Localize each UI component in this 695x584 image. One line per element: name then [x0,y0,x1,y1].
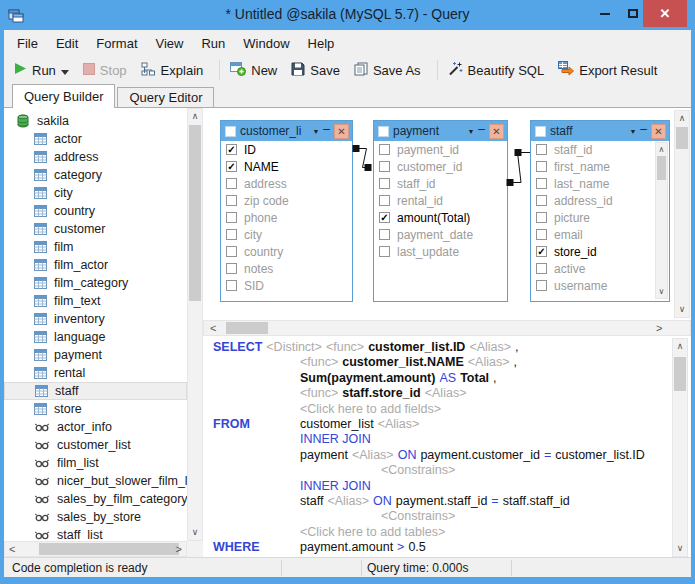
field-row-payment_date[interactable]: payment_date [374,226,507,243]
chevron-down-icon[interactable]: ▼ [629,128,636,135]
field-row-rental_id[interactable]: rental_id [374,192,507,209]
field-checkbox[interactable]: ✓ [379,212,390,223]
field-row-email[interactable]: email [531,226,669,243]
sidebar-item-film_category[interactable]: film_category [4,274,187,292]
field-row-country[interactable]: country [221,243,352,260]
scrollbar-thumb[interactable] [189,125,201,301]
field-row-picture[interactable]: picture [531,209,669,226]
chevron-down-icon[interactable]: ▼ [467,128,474,135]
panel-scrollbar[interactable]: ∧∨ [655,142,668,299]
diagram-canvas[interactable]: customer_li▼–✕✓ID✓NAMEaddresszip codepho… [203,108,691,320]
close-panel-icon[interactable]: ✕ [334,124,349,139]
scroll-up-icon[interactable]: ∧ [675,114,689,123]
sidebar-item-film_text[interactable]: film_text [4,292,187,310]
field-checkbox[interactable] [226,212,237,223]
sidebar-item-sales_by_store[interactable]: sales_by_store [4,508,187,526]
sidebar-item-actor[interactable]: actor [4,130,187,148]
close-panel-icon[interactable]: ✕ [651,124,666,139]
run-button[interactable]: Run [14,62,69,78]
table-panel-payment[interactable]: payment▼–✕payment_idcustomer_idstaff_idr… [373,120,508,302]
field-checkbox[interactable] [536,212,547,223]
close-panel-icon[interactable]: ✕ [489,124,504,139]
sidebar-item-staff_list[interactable]: staff_list [4,526,187,541]
field-row-store_id[interactable]: ✓store_id [531,243,669,260]
scroll-right-icon[interactable]: > [656,321,662,335]
field-checkbox[interactable] [379,246,390,257]
table-panel-customer_li[interactable]: customer_li▼–✕✓ID✓NAMEaddresszip codepho… [220,120,353,302]
minimize-button[interactable] [591,0,619,27]
field-row-first_name[interactable]: first_name [531,158,669,175]
field-checkbox[interactable] [536,280,547,291]
chevron-down-icon[interactable]: ▼ [312,128,319,135]
field-row-staff_id[interactable]: staff_id [531,141,669,158]
scroll-down-icon[interactable]: ∨ [673,544,687,553]
field-row-amount_Total_[interactable]: ✓amount(Total) [374,209,507,226]
new-button[interactable]: New [230,61,277,79]
sidebar-item-language[interactable]: language [4,328,187,346]
explain-button[interactable]: Explain [141,62,204,79]
scroll-left-icon[interactable]: < [9,542,15,556]
table-panel-staff[interactable]: staff▼–✕staff_idfirst_namelast_nameaddre… [530,120,670,302]
sidebar-item-payment[interactable]: payment [4,346,187,364]
field-row-NAME[interactable]: ✓NAME [221,158,352,175]
tree-horizontal-scrollbar[interactable]: < > [4,541,187,557]
minimize-panel-icon[interactable]: – [640,124,647,134]
field-row-city[interactable]: city [221,226,352,243]
sidebar-item-address[interactable]: address [4,148,187,166]
scroll-down-icon[interactable]: ∨ [675,305,689,314]
scrollbar-thumb[interactable] [674,357,686,391]
field-checkbox[interactable] [536,263,547,274]
sidebar-item-film_list[interactable]: film_list [4,454,187,472]
scroll-up-icon[interactable]: ∧ [673,342,687,351]
sidebar-item-staff[interactable]: staff [4,382,187,400]
select-all-checkbox[interactable] [535,126,546,137]
field-checkbox[interactable] [379,161,390,172]
field-checkbox[interactable] [536,161,547,172]
field-checkbox[interactable] [226,229,237,240]
field-row-zip_code[interactable]: zip code [221,192,352,209]
field-checkbox[interactable] [226,195,237,206]
sidebar-item-customer[interactable]: customer [4,220,187,238]
tree-vertical-scrollbar[interactable]: ∧ ∨ [187,108,203,541]
close-button[interactable]: ✕ [643,0,687,27]
minimize-panel-icon[interactable]: – [478,124,485,134]
sidebar-item-category[interactable]: category [4,166,187,184]
field-row-staff_id[interactable]: staff_id [374,175,507,192]
sql-add-placeholder[interactable]: <Click here to add fields> [300,402,441,416]
sidebar-item-rental[interactable]: rental [4,364,187,382]
field-row-last_name[interactable]: last_name [531,175,669,192]
field-checkbox[interactable] [536,144,547,155]
field-checkbox[interactable]: ✓ [226,161,237,172]
tab-query-builder[interactable]: Query Builder [12,84,115,108]
field-checkbox[interactable] [536,195,547,206]
scroll-down-icon[interactable]: ∨ [656,287,667,296]
scrollbar-thumb[interactable] [676,127,688,149]
field-checkbox[interactable] [379,195,390,206]
menu-item-format[interactable]: Format [87,36,146,51]
sidebar-item-actor_info[interactable]: actor_info [4,418,187,436]
menu-item-view[interactable]: View [147,36,193,51]
field-checkbox[interactable] [536,178,547,189]
field-checkbox[interactable] [379,178,390,189]
save-as-button[interactable]: Save As [354,62,421,79]
sidebar-item-sales_by_film_category[interactable]: sales_by_film_category [4,490,187,508]
menu-item-edit[interactable]: Edit [47,36,87,51]
field-row-payment_id[interactable]: payment_id [374,141,507,158]
field-checkbox[interactable]: ✓ [536,246,547,257]
select-all-checkbox[interactable] [225,126,236,137]
scroll-left-icon[interactable]: < [210,321,216,335]
field-checkbox[interactable] [536,229,547,240]
diagram-vertical-scrollbar[interactable]: ∧ ∨ [674,110,690,318]
field-row-phone[interactable]: phone [221,209,352,226]
sidebar-item-city[interactable]: city [4,184,187,202]
sidebar-item-sakila[interactable]: sakila [4,112,187,130]
diagram-horizontal-scrollbar[interactable]: < > [203,320,691,336]
tab-query-editor[interactable]: Query Editor [117,87,214,107]
scrollbar-thumb[interactable] [39,543,179,555]
sidebar-item-country[interactable]: country [4,202,187,220]
sql-preview[interactable]: SELECT<Distinct><func>customer_list.ID<A… [203,336,672,557]
menu-item-run[interactable]: Run [192,36,234,51]
sidebar-item-nicer_but_slower_film_list[interactable]: nicer_but_slower_film_list [4,472,187,490]
menu-item-window[interactable]: Window [234,36,298,51]
field-checkbox[interactable] [379,144,390,155]
